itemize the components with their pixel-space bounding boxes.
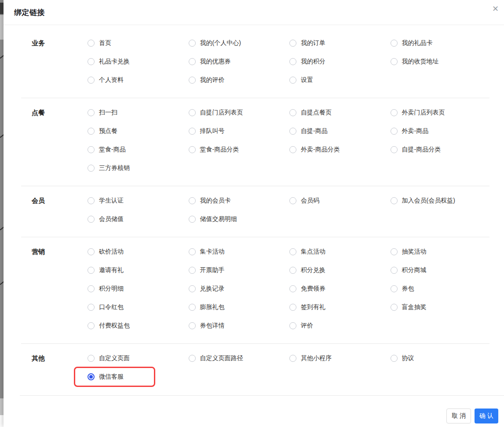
radio-option[interactable]: 自提-商品分类 (391, 140, 492, 159)
radio-option[interactable]: 免费领券 (289, 280, 391, 298)
radio-icon[interactable] (88, 355, 95, 362)
radio-icon[interactable] (289, 58, 296, 65)
radio-icon[interactable] (289, 128, 296, 135)
radio-option[interactable]: 邀请有礼 (88, 261, 189, 280)
radio-option[interactable]: 积分明细 (88, 280, 189, 298)
radio-icon[interactable] (289, 146, 296, 153)
radio-option[interactable]: 付费权益包 (88, 317, 189, 335)
radio-option[interactable]: 微信客服 (88, 368, 189, 386)
radio-option[interactable]: 评价 (289, 317, 391, 335)
radio-icon[interactable] (289, 197, 296, 204)
radio-icon[interactable] (289, 109, 296, 116)
radio-option[interactable]: 签到有礼 (289, 298, 391, 317)
radio-icon[interactable] (88, 267, 95, 274)
radio-option[interactable]: 我的积分 (289, 52, 391, 71)
radio-icon[interactable] (289, 322, 296, 329)
radio-icon[interactable] (391, 146, 398, 153)
radio-icon[interactable] (88, 128, 95, 135)
radio-icon[interactable] (391, 285, 398, 292)
radio-icon[interactable] (289, 40, 296, 47)
radio-option[interactable]: 个人资料 (88, 71, 189, 89)
radio-option[interactable]: 储值交易明细 (189, 210, 290, 228)
radio-option[interactable]: 口令红包 (88, 298, 189, 317)
radio-icon[interactable] (391, 128, 398, 135)
radio-option[interactable]: 自定义页面 (88, 349, 189, 368)
radio-icon[interactable] (88, 216, 95, 223)
radio-option[interactable]: 集卡活动 (189, 243, 290, 261)
radio-icon[interactable] (391, 304, 398, 311)
radio-option[interactable]: 学生认证 (88, 191, 189, 210)
radio-icon[interactable] (391, 40, 398, 47)
radio-option[interactable]: 礼品卡兑换 (88, 52, 189, 71)
radio-option[interactable]: 自定义页面路径 (189, 349, 290, 368)
radio-option[interactable]: 首页 (88, 34, 189, 52)
radio-option[interactable]: 券包详情 (189, 317, 290, 335)
radio-option[interactable]: 我的订单 (289, 34, 391, 52)
radio-option[interactable]: 其他小程序 (289, 349, 391, 368)
radio-icon[interactable] (189, 248, 196, 255)
radio-icon[interactable] (289, 355, 296, 362)
radio-option[interactable]: 自提点餐页 (289, 103, 391, 122)
close-icon[interactable]: ✕ (492, 5, 499, 13)
radio-option[interactable]: 预点餐 (88, 122, 189, 140)
radio-option[interactable]: 堂食-商品 (88, 140, 189, 159)
radio-option[interactable]: 排队叫号 (189, 122, 290, 140)
radio-icon[interactable] (391, 109, 398, 116)
radio-icon[interactable] (289, 285, 296, 292)
radio-option[interactable]: 我的会员卡 (189, 191, 290, 210)
radio-option[interactable]: 我的优惠券 (189, 52, 290, 71)
radio-icon[interactable] (289, 248, 296, 255)
radio-icon[interactable] (88, 165, 95, 172)
radio-icon[interactable] (189, 216, 196, 223)
radio-option[interactable]: 自提门店列表页 (189, 103, 290, 122)
radio-icon[interactable] (189, 109, 196, 116)
radio-option[interactable]: 自提-商品 (289, 122, 391, 140)
radio-icon[interactable] (88, 304, 95, 311)
confirm-button[interactable]: 确 认 (475, 409, 498, 423)
radio-option[interactable]: 加入会员(会员权益) (391, 191, 492, 210)
radio-icon[interactable] (189, 322, 196, 329)
radio-icon[interactable] (189, 146, 196, 153)
radio-icon[interactable] (391, 248, 398, 255)
radio-icon[interactable] (88, 77, 95, 84)
radio-icon[interactable] (391, 197, 398, 204)
radio-option[interactable]: 外卖-商品分类 (289, 140, 391, 159)
radio-icon[interactable] (88, 285, 95, 292)
cancel-button[interactable]: 取 消 (446, 409, 471, 423)
radio-icon[interactable] (289, 77, 296, 84)
radio-option[interactable]: 协议 (391, 349, 492, 368)
radio-option[interactable]: 开票助手 (189, 261, 290, 280)
radio-option[interactable]: 盲盒抽奖 (391, 298, 492, 317)
radio-option[interactable]: 砍价活动 (88, 243, 189, 261)
radio-option[interactable]: 堂食-商品分类 (189, 140, 290, 159)
radio-option[interactable]: 我的评价 (189, 71, 290, 89)
radio-icon[interactable] (88, 58, 95, 65)
radio-option[interactable]: 我的收货地址 (391, 52, 492, 71)
radio-icon[interactable] (289, 267, 296, 274)
radio-option[interactable]: 外卖门店列表页 (391, 103, 492, 122)
radio-option[interactable]: 我的(个人中心) (189, 34, 290, 52)
radio-option[interactable]: 外卖-商品 (391, 122, 492, 140)
radio-icon[interactable] (189, 40, 196, 47)
radio-icon[interactable] (189, 304, 196, 311)
radio-option[interactable]: 券包 (391, 280, 492, 298)
radio-option[interactable]: 会员储值 (88, 210, 189, 228)
radio-icon[interactable] (189, 197, 196, 204)
radio-icon[interactable] (189, 58, 196, 65)
radio-option[interactable]: 扫一扫 (88, 103, 189, 122)
radio-icon[interactable] (189, 128, 196, 135)
radio-icon[interactable] (88, 322, 95, 329)
radio-icon[interactable] (289, 304, 296, 311)
radio-icon[interactable] (88, 146, 95, 153)
radio-icon[interactable] (391, 58, 398, 65)
radio-icon[interactable] (88, 248, 95, 255)
radio-icon[interactable] (189, 355, 196, 362)
radio-option[interactable]: 积分兑换 (289, 261, 391, 280)
radio-icon[interactable] (88, 109, 95, 116)
radio-option[interactable]: 抽奖活动 (391, 243, 492, 261)
radio-icon[interactable] (88, 197, 95, 204)
radio-option[interactable]: 积分商城 (391, 261, 492, 280)
radio-icon[interactable] (88, 40, 95, 47)
radio-icon[interactable] (189, 285, 196, 292)
radio-option[interactable]: 会员码 (289, 191, 391, 210)
